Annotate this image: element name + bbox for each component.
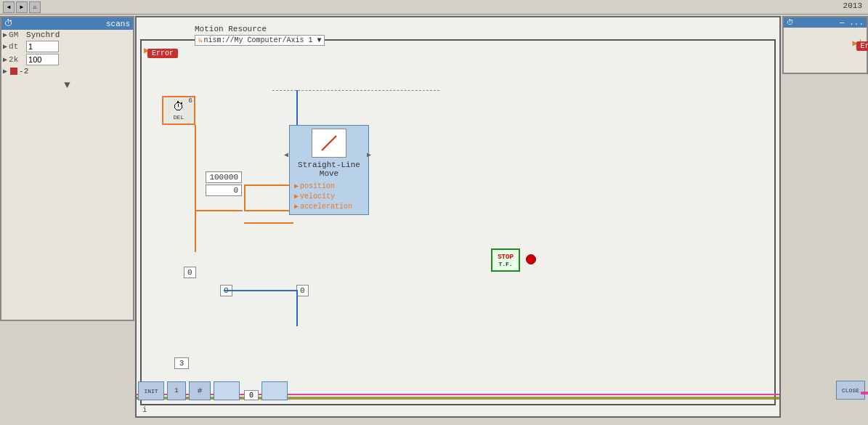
panel-title: scans	[106, 20, 130, 28]
input-dt[interactable]	[26, 41, 59, 52]
slm-left-arrow: ◀	[284, 150, 288, 159]
home-icon[interactable]: ⌂	[29, 1, 41, 13]
motion-resource-title: Motion Resource	[195, 25, 325, 33]
port-arrow-position: ▶	[294, 182, 299, 190]
year-label: 2013	[843, 1, 862, 10]
motion-resource-dropdown[interactable]: ¼ nism://My Computer/Axis 1 ▼	[195, 35, 325, 46]
zero-block-1: 0	[184, 267, 196, 278]
right-panel-icon: ⏱	[787, 18, 794, 27]
port-label-position: position	[300, 182, 335, 190]
del-clock-icon: ⏱	[173, 100, 184, 114]
badge-3: 3	[174, 357, 189, 369]
right-panel: ⏱ — ... ▶! Error	[782, 16, 868, 74]
port-label-velocity: velocity	[300, 193, 335, 201]
blue-wire-v1	[296, 90, 298, 130]
back-icon[interactable]: ◀	[3, 1, 15, 13]
dropdown-arrow-icon: ▼	[317, 36, 321, 44]
constants-block: 100000 0	[206, 171, 242, 196]
slm-icon-area	[293, 129, 365, 158]
left-panel: ⏱ scans ▶ GM Synchrd ▶ dt ▶ 2k ▶ -2 ▼	[0, 16, 134, 321]
pink-wire-right-cap	[861, 392, 868, 394]
stop-sublabel: T.F.	[498, 261, 512, 267]
forward-icon[interactable]: ▶	[16, 1, 28, 13]
svg-line-0	[322, 136, 336, 150]
label-dt: dt	[9, 42, 26, 51]
port-velocity: ▶ velocity	[293, 191, 365, 201]
close-block[interactable]: CLOSE	[836, 381, 865, 400]
block-1-label: 1	[174, 387, 178, 394]
indicator-red	[10, 68, 17, 75]
port-arrow-acceleration: ▶	[294, 202, 299, 211]
del-label: DEL	[174, 114, 184, 121]
port-position: ▶ position	[293, 181, 365, 191]
block-sub2[interactable]	[261, 381, 288, 400]
del-block: 6 ⏱ DEL	[162, 96, 195, 125]
arrow-dt: ▶	[3, 42, 7, 51]
arrow-ind: ▶	[3, 67, 7, 76]
down-arrow-icon: ▼	[64, 79, 70, 91]
orange-wire-h4	[244, 222, 293, 224]
arrow-gm: ▶	[3, 31, 7, 39]
close-label: CLOSE	[842, 387, 859, 394]
orange-wire-h2	[244, 185, 293, 186]
blue-wire-bottom	[296, 290, 298, 326]
orange-wire-h1	[195, 210, 243, 211]
port-acceleration: ▶ acceleration	[293, 201, 365, 211]
title-bar: ◀ ▶ ⌂ 2013	[0, 0, 868, 15]
slm-icon-box	[312, 129, 346, 158]
port-label-acceleration: acceleration	[300, 203, 352, 211]
badge-0-label: 0	[249, 392, 253, 400]
row-gm: ▶ GM Synchrd	[1, 30, 133, 40]
label-gm: GM	[9, 31, 26, 39]
right-error-block: Error	[856, 41, 868, 51]
frame-indicator: i	[142, 405, 147, 414]
init-block[interactable]: INIT	[138, 381, 164, 400]
zero-3: 0	[300, 286, 305, 295]
error-label: Error	[147, 49, 178, 58]
block-sub1[interactable]	[214, 381, 240, 400]
toolbar-icons: ◀ ▶ ⌂	[3, 1, 41, 13]
orange-wire-v2	[244, 185, 246, 211]
arrow-2k: ▶	[3, 55, 7, 64]
orange-wire-h3	[244, 210, 293, 211]
badge-0: 0	[244, 390, 259, 400]
right-panel-controls: — ...	[840, 18, 864, 27]
resource-path: nism://My Computer/Axis 1	[203, 36, 312, 44]
const-value-1[interactable]: 100000	[206, 171, 242, 183]
row-dt: ▶ dt	[1, 40, 133, 53]
right-panel-header: ⏱ — ...	[784, 17, 867, 28]
error-text: Error	[152, 49, 174, 57]
const-value-2[interactable]: 0	[206, 185, 242, 196]
block-1[interactable]: 1	[167, 381, 186, 400]
sequence-frame	[140, 39, 776, 405]
input-2k[interactable]	[26, 54, 59, 65]
right-error-text: Error	[861, 42, 868, 50]
motion-resource-block: Motion Resource ¼ nism://My Computer/Axi…	[195, 25, 325, 46]
blue-wire-h-bottom	[224, 290, 298, 291]
stop-label: STOP	[498, 254, 514, 261]
panel-icon: ⏱	[4, 18, 13, 29]
orange-wire-vertical	[195, 125, 196, 252]
frame-label: i	[142, 405, 147, 414]
right-error-area: ▶! Error	[853, 38, 863, 49]
main-canvas: Error ▶ Motion Resource ¼ nism://My Comp…	[135, 16, 781, 418]
block-hash[interactable]: #	[189, 381, 211, 400]
block-hash-label: #	[198, 386, 203, 395]
init-label: INIT	[144, 388, 158, 394]
resource-icon: ¼	[198, 37, 202, 44]
slm-block: ◀ ▶ Straight-Line Move ▶ position ▶ velo…	[289, 125, 369, 215]
red-indicator-dot	[526, 254, 536, 264]
badge-3-label: 3	[179, 359, 184, 368]
value-ind: -2	[19, 67, 28, 76]
row-2k: ▶ 2k	[1, 53, 133, 66]
label-2k: 2k	[9, 55, 26, 64]
error-block-left: Error ▶	[144, 45, 149, 56]
stop-block: STOP T.F.	[491, 248, 520, 272]
slm-right-arrow: ▶	[367, 150, 371, 159]
zero-1: 0	[187, 268, 192, 277]
left-panel-header: ⏱ scans	[1, 17, 133, 30]
slm-icon-svg	[318, 132, 340, 154]
value-gm: Synchrd	[26, 31, 60, 39]
slm-title: Straight-Line Move	[293, 161, 365, 178]
zero-block-3: 0	[296, 285, 309, 296]
